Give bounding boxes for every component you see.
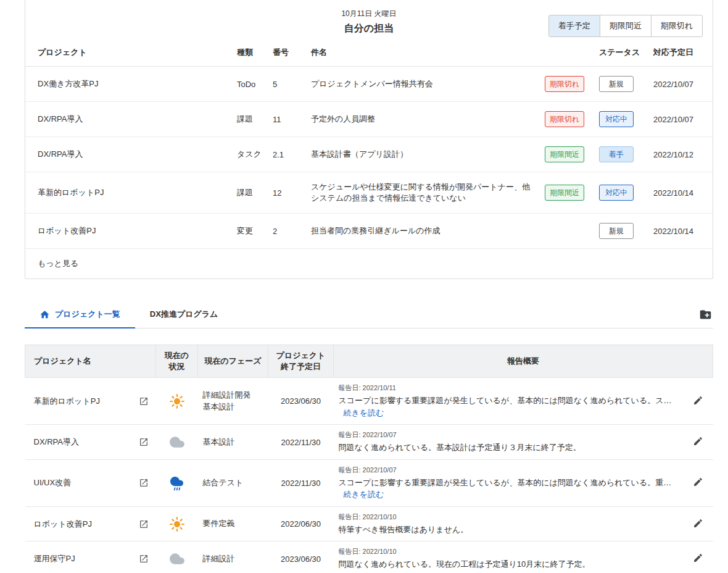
project-phase: 詳細設計	[198, 542, 268, 573]
task-type: 課題	[232, 172, 268, 214]
status-badge: 対応中	[599, 185, 634, 201]
summary-text: 問題なく進められている。現在の工程は予定通り10月末に終了予定。	[339, 559, 590, 569]
tab-project-list[interactable]: プロジェクト一覧	[25, 301, 135, 328]
project-edit-cell	[684, 425, 713, 460]
project-name: DX/RPA導入	[34, 437, 79, 448]
edit-icon[interactable]	[693, 553, 703, 563]
projects-table-body: 革新的ロボットPJ詳細設計開発 基本設計2023/06/30報告日: 2022/…	[25, 378, 713, 573]
report-date: 報告日: 2022/10/07	[339, 430, 679, 440]
read-more-link[interactable]: 続きを読む	[344, 408, 384, 417]
rain-icon	[170, 474, 184, 492]
sun-icon	[169, 393, 185, 409]
project-name: 運用保守PJ	[34, 553, 75, 564]
read-more-link[interactable]: 続きを読む	[344, 490, 384, 499]
task-project: DX働き方改革PJ	[25, 67, 232, 102]
task-deadline-cell	[540, 214, 594, 249]
task-subject: 予定外の人員調整	[306, 102, 540, 137]
filter-overdue-button[interactable]: 期限切れ	[651, 15, 703, 37]
tab-label: DX推進プログラム	[150, 309, 218, 320]
weather-cell	[156, 425, 198, 460]
external-link-icon[interactable]	[139, 437, 151, 447]
projects-section: プロジェクト一覧DX推進プログラム プロジェクト名 現在の 状況 現在のフェーズ…	[25, 301, 713, 573]
external-link-icon[interactable]	[139, 396, 151, 406]
task-row[interactable]: DX/RPA導入タスク2.1基本設計書（アプリ設計）期限間近着手2022/10/…	[25, 137, 713, 172]
summary-text: スコープに影響する重要課題が発生しているが、基本的には問題なく進められている。重…	[339, 478, 672, 487]
my-tasks-section: 10月11日 火曜日 自分の担当 着手予定期限間近期限切れ プロジェクト 種類 …	[25, 0, 713, 279]
task-row[interactable]: DX/RPA導入課題11予定外の人員調整期限切れ対応中2022/10/07	[25, 102, 713, 137]
project-row: UI/UX改善結合テスト2022/11/30報告日: 2022/10/07スコー…	[25, 459, 713, 506]
col-header-end-date: プロジェクト 終了予定日	[268, 345, 334, 378]
weather-cell	[156, 378, 198, 425]
task-status-cell: 新規	[594, 67, 648, 102]
task-due-date: 2022/10/07	[648, 102, 713, 137]
tab-label: プロジェクト一覧	[55, 309, 120, 320]
filter-planned-button[interactable]: 着手予定	[548, 15, 600, 37]
status-badge: 新規	[599, 223, 634, 239]
edit-icon[interactable]	[693, 436, 703, 446]
task-subject: 基本設計書（アプリ設計）	[306, 137, 540, 172]
task-due-date: 2022/10/07	[648, 67, 713, 102]
col-header-due: 対応予定日	[648, 39, 713, 67]
deadline-badge: 期限切れ	[545, 76, 584, 92]
external-link-icon[interactable]	[139, 519, 151, 529]
tab-dx-program[interactable]: DX推進プログラム	[135, 301, 233, 328]
folder-plus-icon[interactable]	[698, 301, 713, 328]
tasks-table: プロジェクト 種類 番号 件名 ステータス 対応予定日 DX働き方改革PJToD…	[25, 39, 713, 249]
edit-icon[interactable]	[693, 395, 703, 406]
task-row[interactable]: ロボット改善PJ変更2担当者間の業務引継ぎルールの作成新規2022/10/14	[25, 214, 713, 249]
col-header-project-name: プロジェクト名	[25, 345, 156, 378]
col-header-current-phase: 現在のフェーズ	[198, 345, 268, 378]
task-project: DX/RPA導入	[25, 137, 232, 172]
report-date: 報告日: 2022/10/11	[339, 383, 679, 393]
edit-icon[interactable]	[693, 477, 703, 487]
project-phase: 基本設計	[198, 425, 268, 460]
task-status-cell: 新規	[594, 214, 648, 249]
task-number: 2.1	[268, 137, 306, 172]
col-header-status: ステータス	[594, 39, 648, 67]
project-summary-cell: 報告日: 2022/10/07問題なく進められている。基本設計は予定通り３月末に…	[334, 425, 684, 460]
project-edit-cell	[684, 542, 713, 573]
project-edit-cell	[684, 506, 713, 542]
filter-group: 着手予定期限間近期限切れ	[548, 15, 703, 37]
filter-near-deadline-button[interactable]: 期限間近	[600, 15, 651, 37]
col-header-project: プロジェクト	[25, 39, 232, 67]
col-header-subject: 件名	[306, 39, 540, 67]
tasks-table-header-row: プロジェクト 種類 番号 件名 ステータス 対応予定日	[25, 39, 713, 67]
external-link-icon[interactable]	[139, 554, 151, 564]
task-row[interactable]: DX働き方改革PJToDo5プロジェクトメンバー情報共有会期限切れ新規2022/…	[25, 67, 713, 102]
my-tasks-header: 10月11日 火曜日 自分の担当 着手予定期限間近期限切れ	[25, 0, 713, 39]
task-number: 5	[268, 67, 306, 102]
project-row: ロボット改善PJ要件定義2022/06/30報告日: 2022/10/10特筆す…	[25, 506, 713, 542]
external-link-icon[interactable]	[139, 478, 151, 488]
project-name-cell: 運用保守PJ	[25, 542, 156, 573]
project-name-cell: ロボット改善PJ	[25, 506, 156, 542]
task-row[interactable]: 革新的ロボットPJ課題12スケジュールや仕様変更に関する情報が開発パートナー、他…	[25, 172, 713, 214]
col-header-number: 番号	[268, 39, 306, 67]
task-deadline-cell: 期限間近	[540, 172, 594, 214]
show-more-link[interactable]: もっと見る	[25, 249, 713, 278]
status-badge: 着手	[599, 146, 634, 162]
home-icon	[39, 309, 50, 320]
edit-icon[interactable]	[693, 518, 703, 529]
project-name: ロボット改善PJ	[34, 519, 92, 530]
task-status-cell: 着手	[594, 137, 648, 172]
project-edit-cell	[684, 378, 713, 425]
task-deadline-cell: 期限切れ	[540, 102, 594, 137]
report-date: 報告日: 2022/10/07	[339, 466, 679, 475]
task-number: 11	[268, 102, 306, 137]
weather-cell	[156, 506, 198, 542]
task-status-cell: 対応中	[594, 172, 648, 214]
task-due-date: 2022/10/12	[648, 137, 713, 172]
task-status-cell: 対応中	[594, 102, 648, 137]
dashboard-page: 10月11日 火曜日 自分の担当 着手予定期限間近期限切れ プロジェクト 種類 …	[0, 0, 728, 573]
weather-cell	[156, 459, 198, 506]
project-end-date: 2022/11/30	[268, 425, 334, 460]
task-due-date: 2022/10/14	[648, 172, 713, 214]
task-subject: 担当者間の業務引継ぎルールの作成	[306, 214, 540, 249]
task-type: 変更	[232, 214, 268, 249]
task-subject: スケジュールや仕様変更に関する情報が開発パートナー、他システムの担当まで情報伝達…	[306, 172, 540, 214]
tasks-table-body: DX働き方改革PJToDo5プロジェクトメンバー情報共有会期限切れ新規2022/…	[25, 67, 713, 249]
col-header-current-status: 現在の 状況	[156, 345, 198, 378]
project-name-cell: UI/UX改善	[25, 459, 156, 506]
col-header-deadline-spacer	[540, 39, 594, 67]
